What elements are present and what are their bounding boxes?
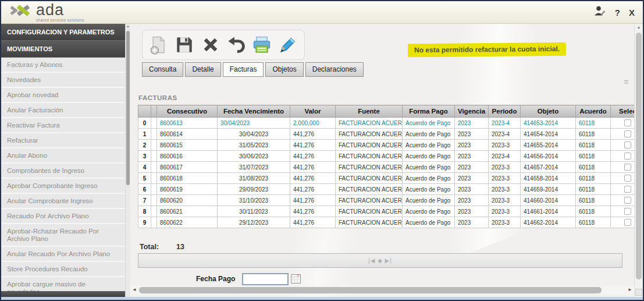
sidebar-item[interactable]: Aprobar-Rchazar Recaudo Por Archivo Plan… <box>1 224 125 246</box>
indicator-cell <box>151 195 157 206</box>
select-cell <box>611 140 635 151</box>
sidebar-item[interactable]: Aprobar novedad <box>1 88 125 102</box>
table-section-title: FACTURAS <box>138 94 177 101</box>
column-header: Periodo <box>489 105 521 118</box>
edit-button[interactable] <box>277 34 299 56</box>
sidebar-scrollbar[interactable]: ▲ <box>125 24 130 297</box>
tab-declaraciones[interactable]: Declaraciones <box>305 62 364 77</box>
cell-vigencia: 2023 <box>455 129 489 140</box>
sidebar-item[interactable]: Recaudo Por Archivo Plano <box>1 209 125 223</box>
user-profile-icon[interactable] <box>593 5 606 19</box>
scroll-up-icon[interactable]: ▲ <box>126 24 130 28</box>
scroll-left-icon[interactable]: ◄ <box>132 287 137 292</box>
new-record-button[interactable] <box>148 34 170 56</box>
cell-num: 7 <box>138 195 151 206</box>
fecha-pago-form: Fecha Pago 4 <box>130 273 634 286</box>
tab-consulta[interactable]: Consulta <box>142 62 183 77</box>
row-select-checkbox[interactable] <box>624 141 631 148</box>
column-header <box>151 105 157 118</box>
row-select-checkbox[interactable] <box>624 153 631 160</box>
row-select-checkbox[interactable] <box>624 208 631 215</box>
undo-button[interactable] <box>225 34 247 56</box>
panel-grip-icon[interactable]: = <box>624 77 628 86</box>
delete-button[interactable] <box>200 34 222 56</box>
tab-bar: ConsultaDetalleFacturasObjetosDeclaracio… <box>142 62 364 77</box>
tab-detalle[interactable]: Detalle <box>185 62 220 77</box>
cell-vigencia: 2023 <box>455 173 489 184</box>
sidebar-item[interactable]: Anular Abono <box>1 148 125 162</box>
row-select-checkbox[interactable] <box>624 219 631 226</box>
sidebar-scrollbar-thumb[interactable] <box>126 31 130 185</box>
cell-valor: 441,276 <box>290 206 336 217</box>
fecha-pago-input[interactable] <box>242 273 289 285</box>
select-cell <box>611 206 635 217</box>
pagination-bar[interactable]: |◀ ◆ ▶| <box>138 253 622 268</box>
horizontal-scrollbar-thumb[interactable] <box>139 287 602 293</box>
row-select-checkbox[interactable] <box>624 130 631 137</box>
cell-valor: 441,276 <box>290 195 336 206</box>
cell-objeto: 414657-2014 <box>521 162 576 173</box>
table-row[interactable]: 8860062130/11/2023441,276FACTURACION ACU… <box>138 206 635 217</box>
cell-acuerdo: 60118 <box>576 129 611 140</box>
table-row[interactable]: 3860061630/06/2023441,276FACTURACION ACU… <box>138 151 635 162</box>
print-button[interactable] <box>251 34 273 56</box>
row-select-checkbox[interactable] <box>624 119 631 126</box>
cell-vigencia: 2023 <box>455 217 489 228</box>
cell-num: 6 <box>138 184 151 195</box>
table-row[interactable]: 9860062229/12/2023441,276FACTURACION ACU… <box>138 217 635 228</box>
sidebar-item[interactable]: Aprobar Comprobante Ingreso <box>1 179 125 193</box>
cell-valor: 441,276 <box>290 129 336 140</box>
edit-icon <box>278 35 298 55</box>
sidebar-menu: CONFIGURACION Y PARAMETROSMOVIMIENTOSFac… <box>1 24 125 297</box>
sidebar-item[interactable]: Novedades <box>1 73 125 87</box>
sidebar-item[interactable]: Anular Comprobante Ingreso <box>1 194 125 208</box>
row-select-checkbox[interactable] <box>624 175 631 182</box>
table-row[interactable]: 7860062031/10/2023441,276FACTURACION ACU… <box>138 195 635 206</box>
row-select-checkbox[interactable] <box>624 164 631 171</box>
table-row[interactable]: 5860061831/08/2023441,276FACTURACION ACU… <box>138 173 635 184</box>
sidebar-item[interactable]: Facturas y Abonos <box>1 58 125 72</box>
cell-forma: Acuerdo de Pago <box>403 206 455 217</box>
close-button[interactable]: X <box>629 8 635 17</box>
row-select-checkbox[interactable] <box>624 186 631 193</box>
vertical-scrollbar-thumb[interactable] <box>636 33 642 279</box>
sidebar-section-header-partial <box>1 291 125 297</box>
scroll-right-icon[interactable]: ► <box>628 287 632 292</box>
title-actions: ? X <box>593 5 635 19</box>
sidebar-item[interactable]: Comprobantes de Ingreso <box>1 164 125 178</box>
pager-controls-icon[interactable]: |◀ ◆ ▶| <box>368 257 392 264</box>
vertical-scrollbar[interactable]: ▲ <box>634 24 643 297</box>
sidebar-item[interactable]: Store Procedures Recaudo <box>1 262 125 276</box>
tab-objetos[interactable]: Objetos <box>265 62 303 77</box>
sidebar-item[interactable]: Anular Facturación <box>1 103 125 117</box>
cell-forma: Acuerdo de Pago <box>403 195 455 206</box>
table-row[interactable]: 4860061731/07/2023441,276FACTURACION ACU… <box>138 162 635 173</box>
help-button[interactable]: ? <box>615 8 620 17</box>
scroll-up-icon[interactable]: ▲ <box>635 25 643 29</box>
horizontal-scrollbar[interactable]: ◄ ► <box>130 286 634 295</box>
cell-acuerdo: 60118 <box>576 184 611 195</box>
cell-objeto: 414656-2014 <box>521 151 576 162</box>
table-row[interactable]: 6860061929/09/2023441,276FACTURACION ACU… <box>138 184 635 195</box>
tab-facturas[interactable]: Facturas <box>223 62 264 77</box>
sidebar-section-header[interactable]: MOVIMIENTOS <box>1 41 125 58</box>
row-select-checkbox[interactable] <box>624 197 631 204</box>
table-row[interactable]: 1860061430/04/2023441,276FACTURACION ACU… <box>138 129 635 140</box>
sidebar-item[interactable]: Refacturar <box>1 133 125 147</box>
cell-fecha: 30/11/2023 <box>218 206 290 217</box>
sidebar-item[interactable]: Anular Recaudo Por Archivo Plano <box>1 247 125 261</box>
cell-fuente: FACTURACION ACUERDOS DE PAG <box>336 217 403 228</box>
cell-num: 2 <box>138 140 151 151</box>
save-button[interactable] <box>173 34 195 56</box>
indicator-cell <box>151 206 157 217</box>
cell-num: 1 <box>138 129 151 140</box>
main-content: No esta permitido refacturar la cuota in… <box>130 24 634 297</box>
table-row[interactable]: 0860061330/04/20232,000,000FACTURACION A… <box>138 118 635 129</box>
table-row[interactable]: 2860061531/05/2023441,276FACTURACION ACU… <box>138 140 635 151</box>
select-cell <box>611 118 635 129</box>
cell-fuente: FACTURACION ACUERDOS DE PAG <box>336 129 403 140</box>
cell-objeto: 414659-2014 <box>521 184 576 195</box>
sidebar-section-header[interactable]: CONFIGURACION Y PARAMETROS <box>1 24 125 41</box>
calendar-icon[interactable]: 4 <box>291 274 301 286</box>
sidebar-item[interactable]: Reactivar Factura <box>1 118 125 132</box>
